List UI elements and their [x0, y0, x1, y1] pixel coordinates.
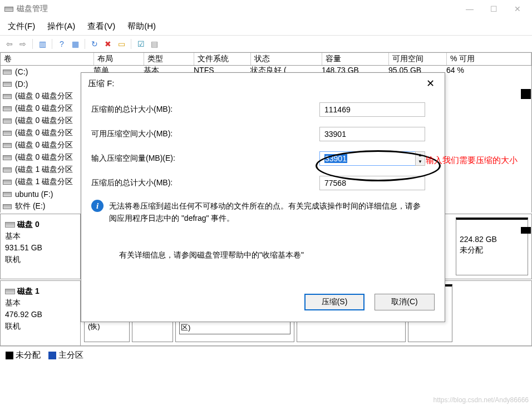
- volume-icon: [3, 70, 12, 75]
- spinner-down-icon[interactable]: ▼: [416, 159, 425, 165]
- disk-icon: [5, 289, 15, 294]
- panel-icon[interactable]: ▥: [37, 39, 47, 49]
- volume-name: 软件 (E:): [15, 201, 45, 211]
- col-fs[interactable]: 文件系统: [194, 53, 251, 65]
- volume-name: (磁盘 1 磁盘分区: [15, 165, 73, 175]
- maximize-button[interactable]: ☐: [490, 4, 497, 13]
- shrink-amount-value: 33901: [324, 154, 347, 163]
- col-volume[interactable]: 卷: [1, 53, 94, 65]
- info-icon: i: [91, 200, 104, 212]
- volume-icon: [3, 94, 12, 99]
- shrink-dialog: 压缩 F: ✕ 压缩前的总计大小(MB): 111469 可用压缩空间大小(MB…: [81, 72, 445, 322]
- disk-1-name: 磁盘 1: [17, 287, 40, 295]
- refresh-icon[interactable]: ↻: [90, 39, 100, 49]
- volume-name: ubuntu (F:): [15, 190, 53, 199]
- disk-0-unallocated[interactable]: 224.82 GB 未分配: [456, 218, 528, 275]
- volume-icon: [3, 167, 12, 172]
- delete-icon[interactable]: ✖: [103, 39, 113, 49]
- disk-0-name: 磁盘 0: [17, 220, 40, 229]
- legend-primary: 主分区: [58, 350, 83, 359]
- cancel-button[interactable]: 取消(C): [375, 294, 435, 310]
- total-size-after-label: 压缩后的总计大小(MB):: [91, 178, 319, 188]
- disk-1-status: 联机: [5, 322, 21, 330]
- volume-name: (磁盘 0 磁盘分区: [15, 116, 73, 126]
- disk-1-type: 基本: [5, 298, 21, 307]
- volume-icon: [3, 204, 12, 209]
- part-status: 未分配: [460, 245, 524, 256]
- total-size-after-value: 77568: [319, 176, 425, 190]
- volume-icon: [3, 180, 12, 185]
- menu-view[interactable]: 查看(V): [87, 21, 115, 32]
- volume-table-header: 卷 布局 类型 文件系统 状态 容量 可用空间 % 可用: [0, 52, 532, 66]
- volume-icon: [3, 143, 12, 148]
- disk-1-info[interactable]: 磁盘 1 基本 476.92 GB 联机: [1, 281, 81, 345]
- volume-icon: [3, 131, 12, 136]
- titlebar: 磁盘管理 — ☐ ✕: [0, 0, 532, 18]
- back-icon[interactable]: ⇦: [4, 39, 14, 49]
- info-text: 无法将卷压缩到超出任何不可移动的文件所在的点。有关完成该操作时间的详细信息，请参…: [109, 200, 428, 225]
- available-shrink-value: 33901: [319, 127, 425, 141]
- window-title: 磁盘管理: [17, 4, 48, 14]
- dialog-close-button[interactable]: ✕: [423, 77, 438, 90]
- spinner-control[interactable]: ▲ ▼: [415, 151, 425, 166]
- list-icon[interactable]: ▤: [149, 39, 159, 49]
- shrink-amount-input[interactable]: 33901 ▲ ▼: [319, 151, 425, 166]
- volume-name: (磁盘 0 磁盘分区: [15, 152, 73, 162]
- menubar: 文件(F) 操作(A) 查看(V) 帮助(H): [0, 18, 532, 35]
- col-type[interactable]: 类型: [144, 53, 194, 65]
- shrink-amount-label: 输入压缩空间量(MB)(E):: [91, 154, 319, 164]
- col-pctfree[interactable]: % 可用: [447, 53, 531, 65]
- col-free[interactable]: 可用空间: [389, 53, 447, 65]
- volume-name: (D:): [15, 80, 28, 88]
- disk-0-type: 基本: [5, 231, 21, 240]
- disk-icon: [5, 222, 15, 228]
- legend: 未分配 主分区: [0, 346, 532, 364]
- app-icon: [4, 7, 13, 12]
- volume-icon: [3, 155, 12, 160]
- shrink-button[interactable]: 压缩(S): [304, 294, 364, 310]
- col-status[interactable]: 状态: [251, 53, 322, 65]
- volume-name: (磁盘 0 磁盘分区: [15, 140, 73, 150]
- dialog-help-text: 有关详细信息，请参阅磁盘管理帮助中的"收缩基本卷": [91, 234, 428, 283]
- disk-0-status: 联机: [5, 255, 21, 264]
- volume-name: (C:): [15, 67, 28, 76]
- volume-name: (磁盘 1 磁盘分区: [15, 177, 73, 187]
- check-icon[interactable]: ☑: [136, 39, 146, 49]
- dialog-title: 压缩 F:: [88, 78, 115, 89]
- col-layout[interactable]: 布局: [94, 53, 144, 65]
- volume-icon: [3, 118, 12, 124]
- spinner-up-icon[interactable]: ▲: [416, 152, 425, 159]
- watermark: https://blog.csdn.net/Andy86666: [434, 396, 529, 404]
- volume-name: (磁盘 0 磁盘分区: [15, 103, 73, 113]
- legend-swatch-primary: [48, 352, 56, 359]
- folder-icon[interactable]: ▭: [116, 39, 126, 49]
- menu-action[interactable]: 操作(A): [47, 21, 75, 32]
- grid-icon[interactable]: ▦: [70, 39, 80, 49]
- legend-swatch-unallocated: [6, 352, 13, 359]
- close-button[interactable]: ✕: [514, 4, 521, 13]
- disk-0-info[interactable]: 磁盘 0 基本 931.51 GB 联机: [1, 214, 81, 279]
- total-size-before-label: 压缩前的总计大小(MB):: [91, 105, 319, 115]
- volume-name: (磁盘 0 磁盘分区: [15, 91, 73, 101]
- minimize-button[interactable]: —: [466, 4, 474, 13]
- disk-1-size: 476.92 GB: [5, 310, 42, 319]
- volume-icon: [3, 192, 12, 197]
- volume-name: (磁盘 0 磁盘分区: [15, 128, 73, 138]
- legend-unallocated: 未分配: [16, 350, 41, 359]
- available-shrink-label: 可用压缩空间大小(MB):: [91, 129, 319, 139]
- help-icon[interactable]: ?: [57, 39, 67, 49]
- volume-icon: [3, 106, 12, 111]
- total-size-before-value: 111469: [319, 102, 425, 117]
- forward-icon[interactable]: ⇨: [18, 39, 28, 49]
- menu-help[interactable]: 帮助(H): [127, 21, 156, 32]
- menu-file[interactable]: 文件(F): [8, 21, 35, 32]
- part-size: 224.82 GB: [460, 234, 524, 245]
- volume-icon: [3, 82, 12, 87]
- toolbar: ⇦ ⇨ ▥ ? ▦ ↻ ✖ ▭ ☑ ▤: [0, 35, 532, 52]
- disk-0-size: 931.51 GB: [5, 243, 42, 252]
- cell-pctfree: 64 %: [446, 66, 464, 75]
- col-capacity[interactable]: 容量: [322, 53, 389, 65]
